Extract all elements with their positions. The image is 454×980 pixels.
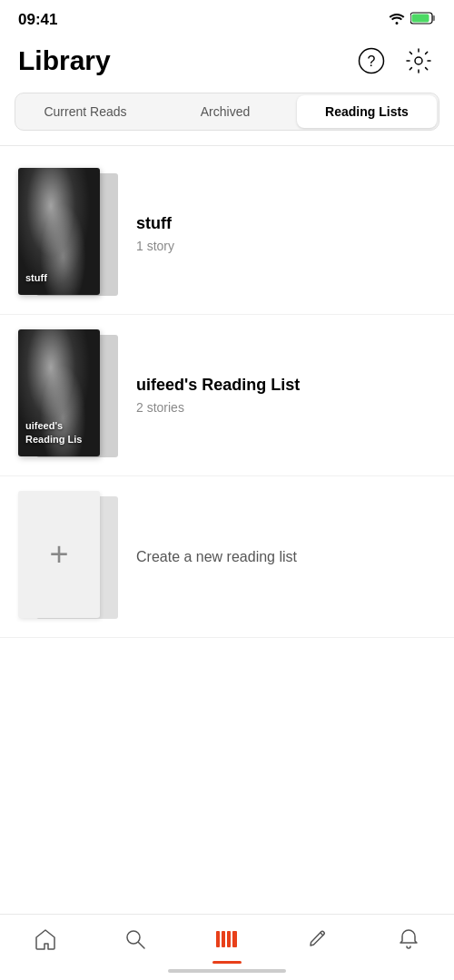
create-front: + [18, 491, 100, 618]
divider [0, 145, 454, 146]
tabs-container: Current Reads Archived Reading Lists [15, 93, 439, 131]
bell-icon [397, 927, 420, 951]
gear-icon [405, 47, 432, 74]
book-cover-label: uifeed's Reading Lis [25, 419, 93, 446]
nav-edit[interactable] [292, 924, 345, 955]
book-stack-stuff: stuff [18, 168, 118, 299]
wifi-icon [389, 12, 405, 28]
nav-notifications[interactable] [382, 924, 435, 955]
status-time: 09:41 [18, 11, 57, 29]
svg-rect-1 [433, 15, 436, 21]
book-cover-label: stuff [25, 271, 93, 284]
item-title: stuff [136, 214, 436, 233]
create-stack: + [18, 491, 118, 622]
list-item[interactable]: stuff stuff 1 story [0, 153, 454, 315]
header: Library ? [0, 36, 454, 93]
tab-reading-lists[interactable]: Reading Lists [297, 95, 437, 128]
list-item[interactable]: uifeed's Reading Lis uifeed's Reading Li… [0, 315, 454, 476]
help-button[interactable]: ? [354, 44, 389, 78]
book-cover-image: stuff [18, 168, 100, 295]
tab-archived[interactable]: Archived [155, 93, 295, 130]
item-info: uifeed's Reading List 2 stories [136, 376, 436, 415]
status-bar: 09:41 [0, 0, 454, 36]
svg-point-6 [127, 931, 140, 944]
header-actions: ? [354, 44, 436, 78]
book-front: stuff [18, 168, 100, 295]
edit-icon [307, 927, 331, 951]
status-icons [389, 12, 436, 28]
home-icon [34, 927, 57, 951]
book-front: uifeed's Reading Lis [18, 329, 100, 456]
item-info: Create a new reading list [136, 549, 436, 565]
item-title: uifeed's Reading List [136, 376, 436, 395]
svg-text:?: ? [368, 54, 376, 69]
item-info: stuff 1 story [136, 214, 436, 253]
svg-rect-2 [412, 15, 429, 23]
svg-point-5 [415, 57, 422, 64]
content-area: stuff stuff 1 story uifeed's Reading Lis… [0, 153, 454, 729]
nav-search[interactable] [109, 924, 162, 955]
book-stack-uifeed: uifeed's Reading Lis [18, 329, 118, 461]
book-cover-image: uifeed's Reading Lis [18, 329, 100, 456]
svg-rect-10 [232, 931, 237, 947]
svg-rect-9 [227, 931, 231, 947]
item-subtitle: 1 story [136, 239, 436, 253]
search-icon [123, 927, 147, 951]
settings-button[interactable] [401, 44, 436, 78]
plus-icon: + [49, 538, 68, 571]
help-icon: ? [358, 47, 385, 74]
create-reading-list-item[interactable]: + Create a new reading list [0, 476, 454, 638]
page-title: Library [18, 45, 111, 76]
battery-icon [410, 12, 436, 28]
nav-home[interactable] [19, 924, 72, 955]
item-subtitle: 2 stories [136, 400, 436, 415]
svg-rect-7 [216, 931, 220, 947]
svg-rect-8 [222, 931, 225, 947]
nav-library[interactable] [200, 924, 254, 955]
tab-current-reads[interactable]: Current Reads [15, 93, 155, 130]
library-icon [214, 927, 240, 951]
create-title: Create a new reading list [136, 549, 436, 565]
nav-active-indicator [212, 961, 242, 964]
home-indicator [168, 969, 286, 973]
